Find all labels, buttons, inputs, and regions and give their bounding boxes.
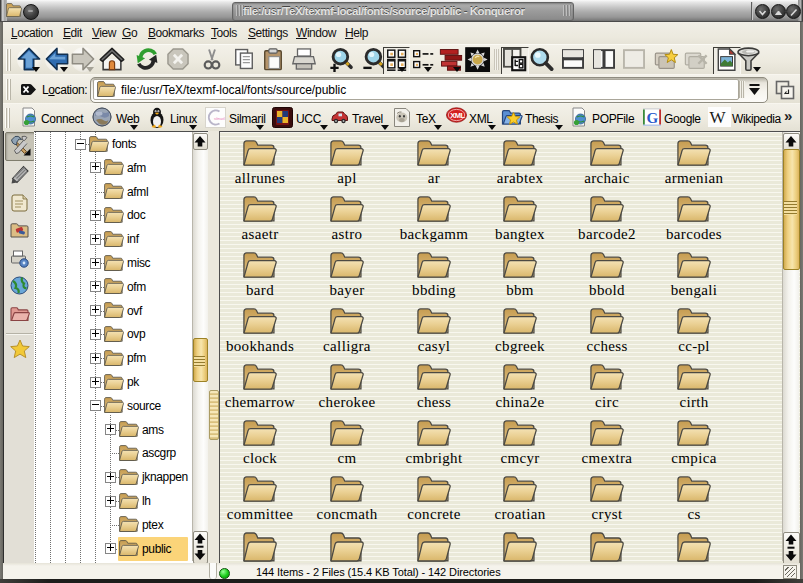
svg-text:silmaril: silmaril <box>214 117 225 121</box>
svg-text:XML: XML <box>450 111 465 120</box>
svg-text:W: W <box>710 108 727 127</box>
svg-text:G: G <box>647 110 659 126</box>
